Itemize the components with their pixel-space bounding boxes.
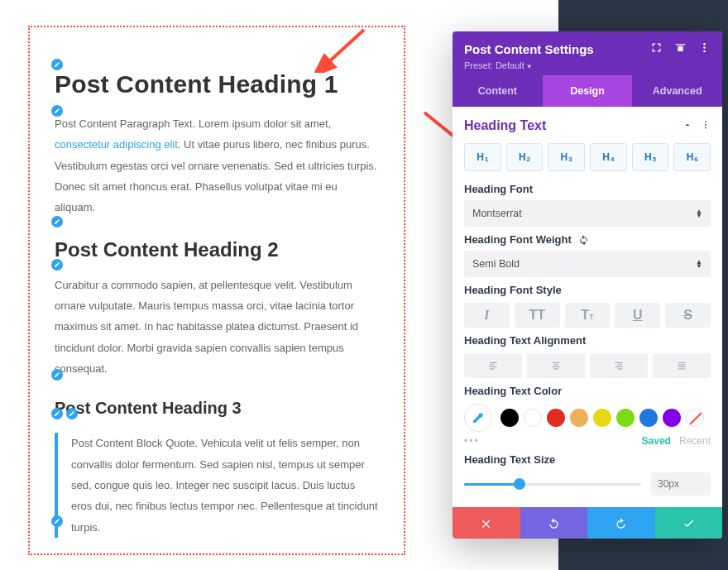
- edit-dot-icon[interactable]: [51, 216, 63, 228]
- image-placeholder: [55, 553, 379, 555]
- post-heading-2: Post Content Heading 2: [55, 238, 379, 261]
- edit-dot-icon[interactable]: [51, 59, 63, 70]
- section-title[interactable]: Heading Text: [464, 118, 546, 133]
- more-colors-button[interactable]: •••: [464, 435, 480, 447]
- heading-size-value[interactable]: 30px: [651, 472, 711, 496]
- post-content-module[interactable]: Post Content Heading 1 Post Content Para…: [28, 26, 405, 555]
- edit-dot-icon[interactable]: [51, 369, 63, 381]
- heading-align-label: Heading Text Alignment: [464, 334, 711, 347]
- edit-dot-icon[interactable]: [51, 259, 63, 271]
- post-blockquote: Post Content Block Quote. Vehicula velit…: [55, 433, 379, 538]
- saved-palette-tab[interactable]: Saved: [642, 435, 671, 447]
- tab-content[interactable]: Content: [453, 75, 543, 107]
- heading-weight-label: Heading Font Weight: [464, 233, 711, 246]
- select-arrows-icon: ▲▼: [696, 209, 702, 218]
- slider-knob[interactable]: [514, 478, 525, 490]
- color-swatch[interactable]: [570, 409, 588, 427]
- chevron-down-icon: ▼: [526, 63, 533, 70]
- underline-toggle[interactable]: U: [615, 303, 660, 328]
- color-swatch[interactable]: [663, 409, 681, 427]
- recent-palette-tab[interactable]: Recent: [679, 435, 711, 447]
- align-justify-button[interactable]: [653, 353, 711, 378]
- heading-font-select[interactable]: Montserrat▲▼: [464, 200, 711, 227]
- redo-button[interactable]: [587, 507, 655, 539]
- color-swatch[interactable]: [500, 409, 519, 427]
- tab-advanced[interactable]: Advanced: [632, 75, 722, 107]
- edit-dot-icon[interactable]: [51, 515, 63, 527]
- heading-level-h4[interactable]: H4: [590, 143, 627, 171]
- svg-point-4: [703, 50, 706, 53]
- heading-level-h6[interactable]: H6: [673, 143, 711, 171]
- heading-level-h2[interactable]: H2: [506, 143, 544, 171]
- align-left-button[interactable]: [464, 353, 522, 378]
- color-picker-button[interactable]: [464, 404, 492, 432]
- settings-panel: Post Content Settings Preset: Default▼ C…: [453, 31, 722, 539]
- expand-icon[interactable]: [650, 41, 663, 57]
- save-button[interactable]: [655, 507, 723, 539]
- heading-level-tabs: H1 H2 H3 H4 H5 H6: [464, 143, 711, 171]
- chevron-up-icon[interactable]: [682, 118, 692, 133]
- edit-dot-icon[interactable]: [51, 105, 63, 117]
- color-swatch[interactable]: [593, 409, 611, 427]
- color-swatch[interactable]: [547, 409, 565, 427]
- tab-design[interactable]: Design: [543, 75, 633, 107]
- inline-link[interactable]: consectetur adipiscing elit: [55, 138, 178, 151]
- post-heading-3: Post Content Heading 3: [55, 399, 379, 418]
- heading-size-label: Heading Text Size: [464, 453, 711, 466]
- svg-point-2: [703, 43, 706, 46]
- post-paragraph-2: Curabitur a commodo sapien, at pellentes…: [55, 275, 379, 380]
- post-paragraph-1: Post Content Paragraph Text. Lorem ipsum…: [55, 113, 379, 218]
- color-swatch[interactable]: [639, 409, 658, 427]
- italic-toggle[interactable]: I: [464, 303, 510, 328]
- undo-button[interactable]: [520, 507, 588, 539]
- align-center-button[interactable]: [527, 353, 585, 378]
- cancel-button[interactable]: [453, 507, 520, 539]
- heading-size-slider[interactable]: [464, 476, 641, 492]
- svg-point-7: [705, 127, 706, 129]
- svg-point-5: [705, 122, 706, 123]
- smallcaps-toggle[interactable]: TT: [565, 303, 611, 328]
- heading-level-h3[interactable]: H3: [548, 143, 585, 171]
- kebab-icon[interactable]: [698, 41, 711, 57]
- snap-icon[interactable]: [674, 41, 687, 57]
- color-swatch[interactable]: [524, 409, 542, 427]
- edit-dot-icon[interactable]: [66, 408, 78, 419]
- heading-level-h5[interactable]: H5: [632, 143, 669, 171]
- post-heading-1: Post Content Heading 1: [55, 70, 379, 98]
- edit-dot-icon[interactable]: [51, 408, 63, 419]
- color-swatch-none[interactable]: [686, 409, 704, 427]
- panel-header[interactable]: Post Content Settings Preset: Default▼: [453, 31, 722, 75]
- reset-icon[interactable]: [578, 234, 589, 245]
- heading-style-label: Heading Font Style: [464, 284, 711, 296]
- svg-point-6: [705, 124, 706, 126]
- align-right-button[interactable]: [590, 353, 648, 378]
- preset-selector[interactable]: Preset: Default▼: [464, 60, 711, 70]
- strike-toggle[interactable]: S: [665, 303, 711, 328]
- uppercase-toggle[interactable]: TT: [515, 303, 560, 328]
- heading-font-label: Heading Font: [464, 183, 711, 195]
- kebab-icon[interactable]: [701, 118, 711, 133]
- settings-tabs: Content Design Advanced: [453, 75, 722, 107]
- svg-point-3: [703, 46, 706, 49]
- panel-footer: [453, 507, 722, 539]
- heading-color-label: Heading Text Color: [464, 385, 711, 397]
- color-swatch[interactable]: [616, 409, 635, 427]
- panel-title: Post Content Settings: [464, 42, 594, 56]
- select-arrows-icon: ▲▼: [696, 260, 702, 268]
- heading-level-h1[interactable]: H1: [464, 143, 501, 171]
- heading-weight-select[interactable]: Semi Bold▲▼: [464, 251, 711, 277]
